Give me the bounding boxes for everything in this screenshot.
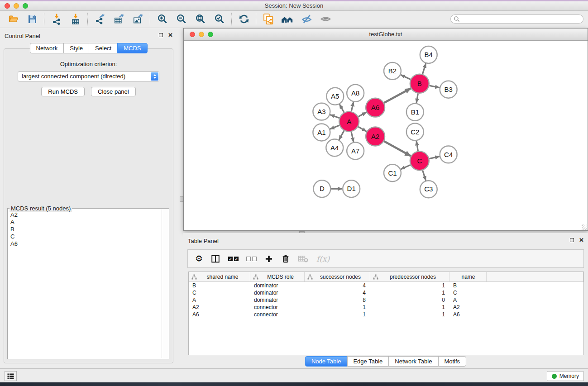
scrollbar-track[interactable]	[162, 210, 168, 358]
float-panel-icon[interactable]	[570, 238, 574, 242]
mcds-result-item[interactable]: B	[9, 226, 161, 233]
criterion-dropdown[interactable]: largest connected component (directed)	[18, 71, 159, 81]
import-network-button[interactable]	[47, 12, 66, 26]
zoom-out-button[interactable]	[172, 12, 191, 26]
float-panel-icon[interactable]	[159, 33, 163, 37]
export-network-button[interactable]	[91, 12, 110, 26]
table-row[interactable]: Bdominator41B	[189, 282, 583, 289]
org-chart-icon	[253, 274, 258, 280]
dropdown-stepper-icon	[151, 72, 158, 81]
close-network-window-button[interactable]	[190, 32, 195, 37]
graph-edge-C-C1[interactable]	[401, 165, 411, 169]
graph-node-label-A4: A4	[330, 144, 339, 152]
export-image-button[interactable]	[129, 12, 148, 26]
tab-node-table[interactable]: Node Table	[305, 356, 348, 367]
close-panel-icon[interactable]: ✕	[168, 33, 173, 37]
tab-style[interactable]: Style	[63, 43, 89, 53]
mcds-result-item[interactable]: A	[9, 219, 161, 226]
graph-edge-A-A1[interactable]	[330, 125, 339, 129]
graph-node-label-B: B	[417, 80, 422, 87]
search-input[interactable]	[460, 15, 575, 23]
tab-mcds[interactable]: MCDS	[117, 43, 147, 53]
graph-node-label-D: D	[320, 185, 325, 192]
deselect-all-columns-button[interactable]	[246, 257, 257, 261]
table-cell: 1	[370, 282, 449, 289]
graph-edge-A-A2[interactable]	[358, 127, 367, 132]
graph-node-label-C4: C4	[444, 151, 453, 158]
close-panel-button[interactable]: Close panel	[91, 87, 136, 96]
close-window-button[interactable]	[5, 3, 10, 9]
graph-node-label-B3: B3	[445, 86, 453, 93]
column-header-successor-nodes[interactable]: successor nodes	[305, 272, 370, 281]
first-neighbors-button[interactable]	[278, 12, 297, 26]
graph-edge-A2-C[interactable]	[384, 141, 411, 156]
column-header-name[interactable]: name	[449, 272, 487, 281]
column-header-mcds-role[interactable]: MCDS role	[250, 272, 305, 281]
graph-edge-B-B3[interactable]	[429, 86, 440, 88]
import-table-button[interactable]	[66, 12, 85, 26]
delete-column-button[interactable]	[281, 254, 290, 264]
zoom-in-button[interactable]	[153, 12, 172, 26]
table-row[interactable]: A6connector11A6	[189, 311, 583, 318]
graph-edge-A-A5[interactable]	[339, 104, 344, 112]
table-row[interactable]: A2connector11A2	[189, 304, 583, 311]
search-field[interactable]	[450, 14, 583, 24]
column-layout-button[interactable]	[210, 254, 220, 264]
mcds-result-item[interactable]: A6	[9, 240, 161, 248]
tab-motifs[interactable]: Motifs	[438, 356, 466, 367]
graph-edge-C-C3[interactable]	[423, 170, 426, 181]
graph-edge-A-A4[interactable]	[339, 131, 344, 140]
network-canvas[interactable]: AA1A2A3A4A5A6A7A8BB1B2B3B4CC1C2C3C4DD1	[184, 41, 588, 230]
save-floppy-icon	[27, 14, 38, 24]
minimize-network-window-button[interactable]	[199, 32, 204, 37]
task-history-button[interactable]	[5, 371, 17, 381]
zoom-fit-button[interactable]	[191, 12, 210, 26]
vertical-divider-handle[interactable]	[180, 196, 183, 202]
graph-edge-B-B4[interactable]	[422, 63, 425, 74]
column-header-predecessor-nodes[interactable]: predecessor nodes	[370, 272, 449, 281]
tab-network[interactable]: Network	[29, 43, 64, 53]
tab-select[interactable]: Select	[89, 43, 118, 53]
list-icon	[7, 373, 14, 379]
mcds-result-item[interactable]: C	[9, 233, 161, 240]
network-view-window: testGlobe.txt AA1A2A3A4A5A6A7A8BB1B2B3B4…	[183, 28, 588, 231]
table-settings-button[interactable]: ⚙	[195, 254, 203, 263]
zoom-fit-icon	[195, 13, 206, 25]
graph-edge-C-C4[interactable]	[429, 157, 440, 159]
minimize-window-button[interactable]	[14, 3, 19, 9]
graph-edge-A-A7[interactable]	[351, 132, 354, 142]
select-all-columns-button[interactable]: ✓ ✓	[228, 257, 239, 261]
table-row[interactable]: Adominator80A	[189, 296, 583, 304]
add-column-button[interactable]	[264, 254, 273, 263]
tab-edge-table[interactable]: Edge Table	[347, 356, 389, 367]
refresh-button[interactable]	[234, 12, 253, 26]
graph-edge-C-C2[interactable]	[416, 141, 418, 151]
export-table-button[interactable]	[110, 12, 129, 26]
zoom-selected-button[interactable]	[210, 12, 229, 26]
table-cell: C	[449, 290, 487, 296]
table-row[interactable]: Cdominator41C	[189, 289, 583, 296]
tab-network-table[interactable]: Network Table	[388, 356, 438, 367]
hide-selected-button[interactable]	[297, 12, 316, 26]
close-panel-icon[interactable]: ✕	[579, 238, 584, 242]
show-all-button[interactable]	[316, 12, 335, 26]
graph-edge-A-A8[interactable]	[351, 102, 354, 111]
column-header-shared-name[interactable]: shared name	[189, 272, 250, 281]
save-session-button[interactable]	[23, 12, 42, 26]
graph-node-label-B2: B2	[388, 67, 397, 75]
graph-edge-A-A3[interactable]	[330, 114, 339, 118]
import-table-icon	[70, 13, 81, 25]
memory-button[interactable]: Memory	[547, 371, 584, 381]
graph-edge-A6-B[interactable]	[384, 88, 411, 103]
resize-grip[interactable]	[582, 224, 587, 230]
open-session-button[interactable]	[4, 12, 23, 26]
table-cell: A6	[189, 311, 250, 318]
maximize-network-window-button[interactable]	[208, 32, 213, 37]
graph-edge-B-B1[interactable]	[416, 93, 418, 103]
graph-edge-B-B2[interactable]	[401, 75, 411, 79]
graph-edge-A-A6[interactable]	[358, 112, 366, 117]
run-mcds-button[interactable]: Run MCDS	[41, 87, 85, 96]
network-from-selection-button[interactable]	[259, 12, 278, 26]
maximize-window-button[interactable]	[23, 3, 28, 9]
mcds-result-item[interactable]: A2	[9, 211, 161, 219]
